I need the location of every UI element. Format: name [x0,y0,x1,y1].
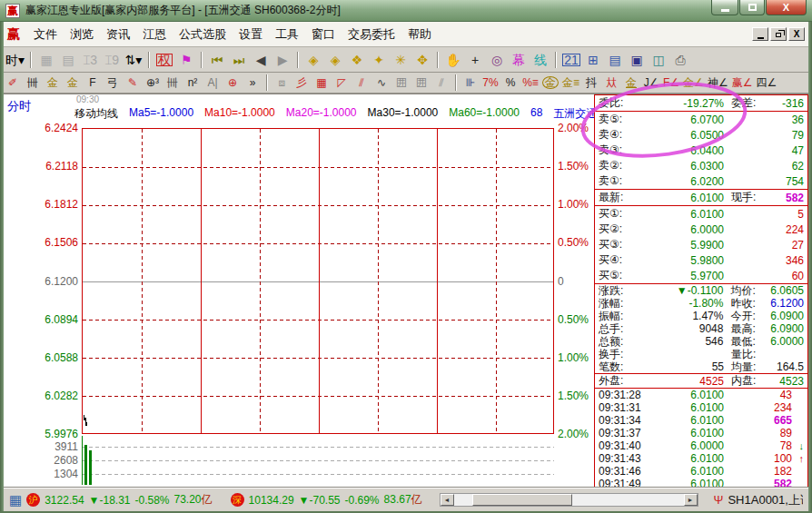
bars-9min-icon[interactable]: ⌶9 [101,50,123,70]
scroll-thumb[interactable] [472,494,572,506]
print-icon[interactable]: ⎙ [669,50,691,70]
volume-axis-label: 2608 [54,455,78,466]
menu-item[interactable]: 设置 [233,24,269,45]
latest-row: 最新: 6.0100 现手: 582 [595,190,807,205]
circle-cross-icon[interactable]: ⊕ [223,74,243,92]
wave-tool-icon[interactable]: ∿ [371,74,391,92]
mdi-restore-button[interactable] [770,27,787,41]
more-tools-icon[interactable]: » [243,74,262,92]
f-angle-icon[interactable]: F∠ [661,74,681,92]
menu-item[interactable]: 窗口 [305,24,342,45]
hatch-lines-icon[interactable]: ⫽ [431,74,451,92]
gold-pyramid-icon[interactable]: 金 [43,74,63,92]
save-icon[interactable]: ▣ [626,50,648,70]
gold-angle-icon[interactable]: 金∠ [681,74,706,92]
menu-item[interactable]: 浏览 [64,24,100,45]
gold-pyramid2-icon[interactable]: 金 [63,74,83,92]
restore-rights-icon[interactable]: 权 [153,50,175,70]
gold-lines-icon[interactable]: 金≡ [560,74,581,92]
curtain-icon[interactable]: 幕 [508,50,530,70]
red-grid-icon[interactable]: ▦ [312,74,332,92]
percent7-icon[interactable]: 7% [480,74,500,92]
tick-price: 6.0100 [657,414,724,427]
network-icon[interactable]: ◫ [648,50,669,70]
period-dropdown-icon[interactable]: 时▾ [4,50,26,70]
percent-lines-icon[interactable]: %≡ [520,74,540,92]
calculator-icon-glyph: ⊞ [588,54,599,66]
scroll-left-button[interactable]: ◄ [441,494,454,506]
price-chart-canvas[interactable] [82,128,554,434]
gold-underline-icon[interactable]: 金 [621,74,641,92]
indicator-flag-icon[interactable]: ⚑ [175,50,197,70]
calendar-icon[interactable]: 21 [560,50,582,70]
menu-item[interactable]: 工具 [269,24,305,45]
diamond-compass-icon[interactable]: ✥ [411,50,433,70]
calculator-icon[interactable]: ⊞ [582,50,604,70]
diamond-arrow-both-icon[interactable]: ❖ [346,50,368,70]
gold-circle-icon[interactable]: 金 [540,74,560,92]
lines-icon[interactable]: 线 [530,50,551,70]
quote-list-icon[interactable]: ▤ [604,50,626,70]
diamond-star-icon[interactable]: ✳ [390,50,411,70]
menu-item[interactable]: 资讯 [100,24,136,45]
diamond-arrow-right-icon[interactable]: ◈ [324,50,346,70]
si-angle-icon[interactable]: 四∠ [754,74,778,92]
zoom-icon[interactable]: ◎ [486,50,508,70]
n-square-icon[interactable]: n² [183,74,203,92]
crosshair-icon[interactable]: + [464,50,486,70]
goto-first-icon[interactable]: ⏮ [206,50,228,70]
close-button[interactable]: X [766,0,807,15]
quote-table-icon[interactable]: ▦ [9,493,22,507]
goto-last-icon[interactable]: ⏭ [228,50,250,70]
parallel-lines-icon[interactable]: ⫽ [352,74,371,92]
menu-item[interactable]: 江恩 [136,24,173,45]
speed-rays-icon[interactable]: 彡 [292,74,312,92]
menu-item[interactable]: 文件 [27,24,64,45]
maximize-button[interactable] [739,0,765,15]
pen-chart-icon[interactable]: ✎ [123,74,143,92]
bars-3min-icon[interactable]: ⌶3 [79,50,101,70]
menu-item[interactable]: 帮助 [401,24,438,45]
neipan-label: 内盘: [731,373,771,389]
j-angle-icon[interactable]: J∠ [641,74,661,92]
percent-icon[interactable]: % [500,74,520,92]
gold-pyramid2-icon-glyph: 金 [67,77,78,88]
buy-row: 买③: 5.9900 27 [595,237,807,252]
mdi-minimize-button[interactable] [752,27,768,41]
box-select-icon[interactable]: ⧈ [272,74,292,92]
grid-box-icon[interactable]: 囲 [391,74,411,92]
indicator-flag-icon-glyph: ⚑ [181,54,193,66]
andrews-fork-icon[interactable]: A| [203,74,223,92]
candle-dropdown-icon[interactable]: ⇅▾ [123,50,144,70]
diamond-cross-icon[interactable]: ✦ [368,50,390,70]
menu-item[interactable]: 交易委托 [342,24,401,45]
spiral-tool-icon[interactable]: 弓 [103,74,123,92]
measure-list-icon[interactable]: ⊪ [460,74,480,92]
k-compare-icon[interactable]: 夶 [601,74,621,92]
gann-grid-icon[interactable]: 卌 [23,74,43,92]
tick-direction-icon: ↓ [792,440,804,451]
pan-hand-icon[interactable]: ✋ [442,50,464,70]
brush-tool-icon[interactable]: ✐ [3,74,23,92]
circle-cycle-icon[interactable]: ⊕³ [143,74,163,92]
toolbar-separator [201,52,203,68]
ying-angle-icon[interactable]: 赢∠ [730,74,755,92]
volume-chart-canvas[interactable] [82,436,554,485]
shen-angle-icon[interactable]: 神∠ [706,74,730,92]
menu-item[interactable]: 公式选股 [173,24,233,45]
minimize-button[interactable] [711,0,738,15]
horizontal-scrollbar[interactable]: ◄ ► [440,493,698,507]
mdi-close-button[interactable]: X [788,27,805,41]
flag-pen-icon[interactable]: 抖 [581,74,601,92]
f-ruler-icon[interactable]: F [83,74,103,92]
scroll-right-button[interactable]: ► [684,494,698,506]
step-back-icon[interactable]: ◀ [250,50,272,70]
info-note-icon[interactable]: ▤ [57,50,79,70]
stat-value2: 6.0605 [770,284,804,297]
step-forward-icon[interactable]: ▶ [272,50,293,70]
overlay-chart-icon[interactable]: ▦ [35,50,57,70]
grid-box2-icon[interactable]: 囲 [411,74,431,92]
diamond-arrow-left-icon[interactable]: ◈ [302,50,324,70]
shaded-box-icon[interactable]: ◸ [332,74,352,92]
dense-grid-icon[interactable]: 卌 [163,74,183,92]
